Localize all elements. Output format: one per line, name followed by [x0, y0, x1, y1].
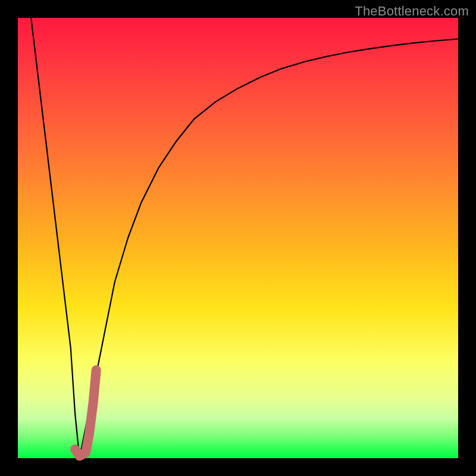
chart-frame: TheBottleneck.com — [0, 0, 476, 476]
watermark-text: TheBottleneck.com — [355, 4, 469, 19]
chart-overlay — [18, 18, 458, 458]
